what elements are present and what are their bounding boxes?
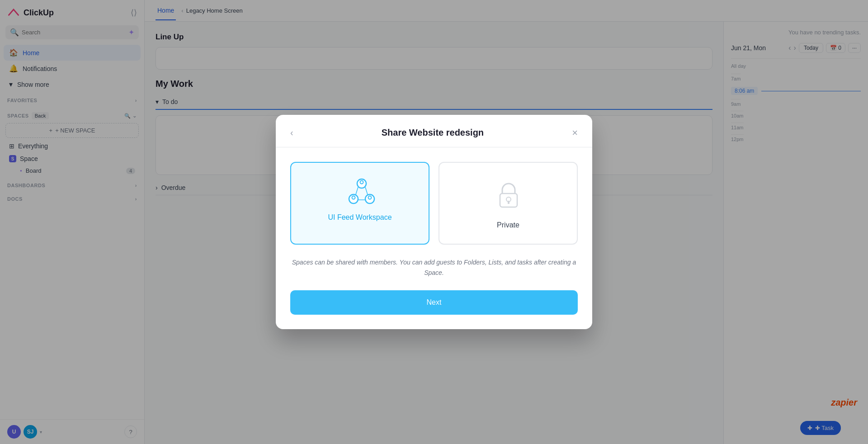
workspace-icon xyxy=(344,177,376,204)
modal-overlay[interactable]: ‹ Share Website redesign × xyxy=(0,0,868,444)
workspace-option-label: UI Feed Workspace xyxy=(328,213,392,222)
spacer xyxy=(290,281,578,290)
svg-point-1 xyxy=(360,181,363,184)
workspace-option-card[interactable]: UI Feed Workspace xyxy=(290,162,429,245)
lock-icon xyxy=(496,181,520,212)
modal-close-button[interactable]: × xyxy=(572,128,578,138)
share-info-text: Spaces can be shared with members. You c… xyxy=(290,257,578,278)
svg-line-7 xyxy=(365,187,368,194)
share-options-grid: UI Feed Workspace xyxy=(290,162,578,245)
modal-back-button[interactable]: ‹ xyxy=(290,128,293,138)
modal-title: Share Website redesign xyxy=(382,128,484,138)
modal-header: ‹ Share Website redesign × xyxy=(276,115,592,147)
private-option-card[interactable]: Private xyxy=(439,162,578,245)
svg-point-3 xyxy=(352,196,355,199)
private-option-label: Private xyxy=(497,221,519,229)
modal-dialog: ‹ Share Website redesign × xyxy=(276,115,592,329)
modal-body: UI Feed Workspace xyxy=(276,147,592,329)
svg-point-5 xyxy=(368,196,372,199)
svg-rect-11 xyxy=(508,201,509,204)
next-button[interactable]: Next xyxy=(290,290,578,315)
svg-line-6 xyxy=(356,187,358,194)
